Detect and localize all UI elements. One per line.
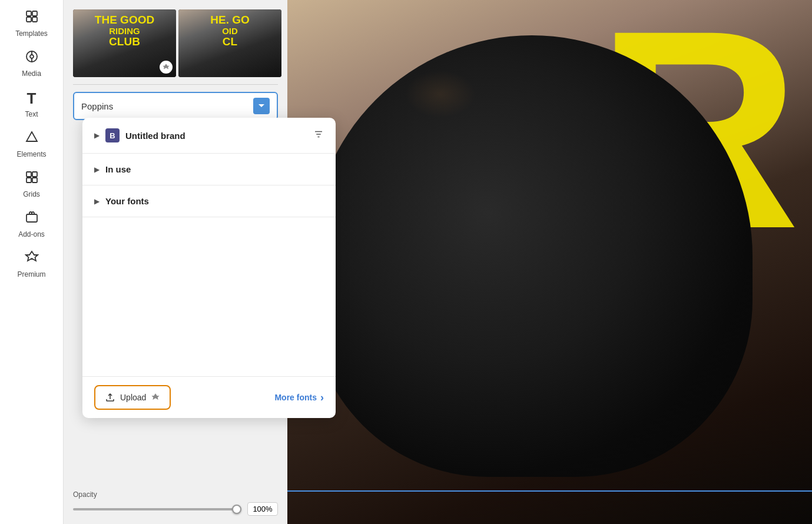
canvas-background: R [287, 0, 812, 524]
media-icon [25, 49, 39, 67]
thumb1-line3: CLUB [78, 36, 171, 48]
opacity-value[interactable]: 100% [247, 502, 278, 516]
your-fonts-title: Your fonts [105, 196, 324, 206]
elements-icon [25, 130, 39, 148]
sidebar-item-grids-label: Grids [23, 190, 40, 198]
more-fonts-button[interactable]: More fonts › [274, 392, 324, 404]
thumb1-line2: RIDING [78, 26, 171, 37]
opacity-label: Opacity [73, 490, 278, 499]
sidebar-item-addons[interactable]: Add-ons [8, 205, 55, 243]
thumb1-line1: THE GOOD [78, 14, 171, 26]
popup-section-header-your-fonts[interactable]: ▶ Your fonts [82, 185, 336, 217]
popup-section-in-use: ▶ In use [82, 154, 336, 185]
opacity-area: Opacity 100% [64, 486, 287, 524]
filter-icon [313, 129, 324, 142]
premium-icon [25, 250, 39, 268]
thumbnails-area: THE GOOD RIDING CLUB HE. GO OID CL [64, 0, 287, 84]
sidebar-item-templates[interactable]: Templates [8, 5, 55, 42]
font-dropdown-value: Poppins [81, 101, 113, 111]
sidebar-item-templates-label: Templates [15, 29, 48, 38]
popup-empty-area [82, 217, 336, 376]
sidebar-item-media-label: Media [22, 69, 41, 78]
sidebar-item-text-label: Text [25, 110, 38, 118]
more-fonts-arrow-icon: › [320, 392, 324, 404]
chevron-untitled-brand-icon: ▶ [94, 131, 100, 140]
svg-rect-1 [32, 11, 37, 16]
popup-footer: Upload More fonts › [82, 376, 336, 418]
text-icon: T [27, 89, 37, 108]
upload-label: Upload [120, 393, 146, 402]
opacity-slider[interactable] [73, 508, 241, 510]
sidebar-item-addons-label: Add-ons [18, 230, 45, 238]
untitled-brand-title: Untitled brand [125, 131, 307, 141]
more-fonts-label: More fonts [274, 393, 317, 402]
templates-icon [25, 9, 39, 27]
chevron-your-fonts-icon: ▶ [94, 197, 100, 205]
thumbnail-1[interactable]: THE GOOD RIDING CLUB [73, 9, 176, 77]
brand-icon: B [105, 128, 120, 142]
popup-section-untitled-brand: ▶ B Untitled brand [82, 118, 336, 154]
svg-rect-0 [26, 11, 31, 16]
sidebar-item-text[interactable]: T Text [8, 85, 55, 123]
svg-rect-10 [26, 178, 31, 183]
svg-rect-11 [32, 178, 37, 183]
svg-point-5 [30, 55, 34, 58]
svg-rect-2 [26, 17, 31, 22]
font-dropdown-arrow-icon [253, 98, 270, 114]
chevron-in-use-icon: ▶ [94, 165, 100, 174]
upload-button[interactable]: Upload [94, 385, 171, 410]
sidebar-item-elements[interactable]: Elements [8, 125, 55, 163]
in-use-title: In use [105, 164, 324, 174]
thumb1-premium-badge [160, 61, 173, 74]
canvas-area: R [287, 0, 812, 524]
opacity-row: 100% [73, 502, 278, 516]
svg-rect-8 [26, 172, 31, 177]
thumbnail-2[interactable]: HE. GO OID CL [178, 9, 281, 77]
thumb2-line3: CL [183, 36, 277, 48]
addons-icon [25, 210, 39, 228]
sidebar-item-elements-label: Elements [16, 150, 46, 158]
font-popup: ▶ B Untitled brand ▶ In use ▶ Your fonts [82, 118, 336, 418]
selection-line [287, 490, 812, 492]
opacity-thumb [232, 505, 241, 514]
sidebar-item-premium[interactable]: Premium [8, 246, 55, 283]
popup-section-header-untitled-brand[interactable]: ▶ B Untitled brand [82, 118, 336, 153]
font-dropdown[interactable]: Poppins [73, 92, 278, 120]
helmet-silhouette [311, 35, 753, 477]
svg-rect-9 [32, 172, 37, 177]
svg-rect-3 [32, 17, 37, 22]
popup-section-your-fonts: ▶ Your fonts [82, 185, 336, 217]
thumb2-line1: HE. GO [183, 14, 277, 26]
sidebar-item-media[interactable]: Media [8, 45, 55, 82]
popup-section-header-in-use[interactable]: ▶ In use [82, 154, 336, 185]
grids-icon [25, 170, 39, 188]
sidebar: Templates Media T Text Elements [0, 0, 64, 524]
sidebar-item-premium-label: Premium [17, 270, 45, 278]
svg-rect-12 [26, 214, 37, 222]
sidebar-item-grids[interactable]: Grids [8, 165, 55, 203]
thumb2-line2: OID [183, 26, 277, 37]
helmet-highlight [405, 71, 476, 118]
